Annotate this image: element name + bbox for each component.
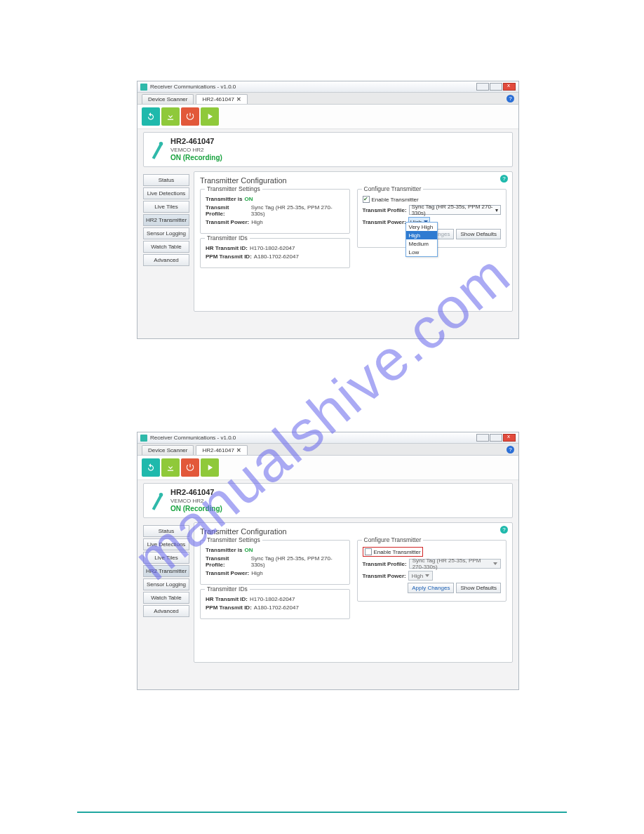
tab-device-active[interactable]: HR2-461047 ✕ [196, 445, 247, 455]
settings-legend: Transmitter Settings [205, 185, 262, 192]
ppm-id-value: A180-1702-62047 [254, 604, 299, 611]
svg-point-0 [159, 142, 163, 146]
tab-close-icon[interactable]: ✕ [236, 447, 241, 454]
device-icon [149, 491, 165, 510]
tab-bar: Device Scanner HR2-461047 ✕ ? [137, 93, 518, 105]
maximize-button[interactable] [490, 434, 502, 442]
enable-transmitter-label: Enable Transmitter [372, 197, 419, 203]
settings-legend: Transmitter Settings [205, 536, 262, 543]
transmitter-is-label: Transmitter is [206, 547, 242, 553]
sidebtn-advanced[interactable]: Advanced [143, 254, 189, 266]
sidebtn-live-tiles[interactable]: Live Tiles [143, 201, 189, 213]
play-button[interactable] [201, 458, 219, 477]
device-subtitle: VEMCO HR2 [170, 498, 222, 505]
svg-point-1 [159, 493, 163, 497]
power-label: Transmit Power: [206, 570, 249, 576]
power-value: High [251, 570, 262, 576]
device-status: ON (Recording) [170, 505, 222, 514]
chevron-down-icon [493, 562, 497, 565]
side-menu: Status Live Detections Live Tiles HR2 Tr… [143, 174, 189, 312]
toolbar [137, 456, 518, 480]
power-opt-low[interactable]: Low [406, 248, 437, 256]
close-button[interactable] [503, 83, 516, 91]
sidebtn-status[interactable]: Status [143, 174, 189, 186]
show-defaults-button[interactable]: Show Defaults [456, 229, 501, 239]
transmitter-ids-group: Transmitter IDs HR Transmit ID: H170-180… [200, 238, 350, 268]
side-menu: Status Live Detections Live Tiles HR2 Tr… [143, 525, 189, 663]
profile-value: Sync Tag (HR 25-35s, PPM 270-330s) [251, 555, 344, 568]
play-button[interactable] [201, 107, 219, 126]
refresh-button[interactable] [142, 458, 160, 477]
conf-profile-select[interactable]: Sync Tag (HR 25-35s, PPM 270-330s) [409, 559, 501, 569]
app-icon [140, 84, 147, 91]
tab-device-active[interactable]: HR2-461047 ✕ [196, 94, 247, 104]
device-status: ON (Recording) [170, 154, 222, 163]
hr-id-label: HR Transmit ID: [206, 596, 248, 602]
tab-bar: Device Scanner HR2-461047 ✕ ? [137, 444, 518, 456]
tab-close-icon[interactable]: ✕ [236, 96, 241, 102]
device-icon [149, 140, 165, 159]
conf-power-select[interactable]: High [408, 571, 433, 581]
hr-id-value: H170-1802-62047 [250, 245, 295, 251]
device-header: HR2-461047 VEMCO HR2 ON (Recording) [143, 132, 513, 167]
minimize-button[interactable] [476, 83, 489, 91]
window-titlebar: Receiver Communications - v1.0.0 [137, 81, 518, 93]
close-button[interactable] [503, 434, 516, 442]
power-button[interactable] [181, 458, 199, 477]
card-title: Transmitter Configuration [200, 176, 507, 185]
screenshot-2: Receiver Communications - v1.0.0 Device … [137, 432, 519, 690]
enable-transmitter-checkbox[interactable] [365, 548, 372, 555]
download-button[interactable] [161, 107, 180, 126]
tabbar-help-icon[interactable]: ? [507, 95, 514, 102]
enable-transmitter-label: Enable Transmitter [374, 549, 421, 555]
chevron-down-icon [425, 574, 429, 577]
sidebtn-advanced[interactable]: Advanced [143, 605, 189, 617]
power-opt-very-high[interactable]: Very High [406, 223, 437, 231]
config-card: ? Transmitter Configuration Transmitter … [194, 522, 513, 663]
power-button[interactable] [181, 107, 199, 126]
card-title: Transmitter Configuration [200, 527, 507, 536]
transmitter-settings-group: Transmitter Settings Transmitter is ON T… [200, 540, 350, 585]
power-value: High [251, 219, 262, 225]
ppm-id-label: PPM Transmit ID: [206, 253, 252, 260]
power-opt-high[interactable]: High [406, 231, 437, 239]
refresh-button[interactable] [142, 107, 160, 126]
minimize-button[interactable] [476, 434, 489, 442]
tab-device-scanner[interactable]: Device Scanner [142, 94, 194, 104]
sidebtn-watch-table[interactable]: Watch Table [143, 592, 189, 604]
sidebtn-live-detections[interactable]: Live Detections [143, 538, 189, 550]
ppm-id-value: A180-1702-62047 [254, 253, 299, 260]
apply-changes-button[interactable]: Apply Changes [408, 583, 454, 593]
sidebtn-watch-table[interactable]: Watch Table [143, 241, 189, 253]
sidebtn-status[interactable]: Status [143, 525, 189, 537]
download-button[interactable] [161, 458, 180, 477]
card-help-icon[interactable]: ? [500, 175, 508, 183]
maximize-button[interactable] [490, 83, 502, 91]
power-opt-medium[interactable]: Medium [406, 239, 437, 248]
sidebtn-hr2-transmitter[interactable]: HR2 Transmitter [143, 214, 189, 226]
sidebtn-hr2-transmitter[interactable]: HR2 Transmitter [143, 565, 189, 577]
show-defaults-button[interactable]: Show Defaults [456, 583, 501, 593]
enable-transmitter-checkbox[interactable] [363, 196, 370, 203]
window-title: Receiver Communications - v1.0.0 [150, 435, 236, 441]
sidebtn-sensor-logging[interactable]: Sensor Logging [143, 578, 189, 590]
device-title: HR2-461047 [170, 137, 222, 147]
card-help-icon[interactable]: ? [500, 526, 508, 534]
transmitter-settings-group: Transmitter Settings Transmitter is ON T… [200, 189, 350, 234]
sidebtn-live-detections[interactable]: Live Detections [143, 187, 189, 199]
power-dropdown[interactable]: Very High High Medium Low [405, 222, 438, 257]
tabbar-help-icon[interactable]: ? [507, 446, 514, 454]
enable-highlight: Enable Transmitter [363, 547, 423, 557]
conf-power-label: Transmit Power: [363, 219, 406, 225]
transmitter-is-label: Transmitter is [206, 196, 242, 202]
tab-device-scanner[interactable]: Device Scanner [142, 445, 194, 455]
sidebtn-live-tiles[interactable]: Live Tiles [143, 552, 189, 564]
transmitter-ids-group: Transmitter IDs HR Transmit ID: H170-180… [200, 589, 350, 619]
conf-profile-select[interactable]: Sync Tag (HR 25-35s, PPM 270-330s) ▾ [409, 205, 501, 215]
toolbar [137, 105, 518, 129]
conf-profile-value: Sync Tag (HR 25-35s, PPM 270-330s) [412, 204, 494, 216]
profile-label: Transmit Profile: [206, 204, 249, 217]
conf-power-label: Transmit Power: [363, 573, 406, 579]
sidebtn-sensor-logging[interactable]: Sensor Logging [143, 227, 189, 239]
window-titlebar: Receiver Communications - v1.0.0 [137, 432, 518, 444]
